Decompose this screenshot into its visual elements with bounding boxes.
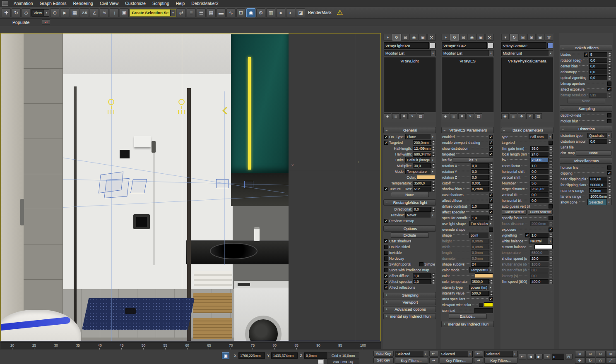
spinner-down-icon[interactable] xyxy=(608,196,611,199)
rollout-header[interactable]: −Rectangle/disc light xyxy=(383,199,436,206)
material-editor-icon[interactable]: ◉ xyxy=(246,8,255,17)
spinner-up-icon[interactable] xyxy=(489,244,493,247)
spinner-up-icon[interactable] xyxy=(608,69,611,72)
add-time-tag-button[interactable]: Add Time Tag xyxy=(327,359,359,364)
spinner-up-icon[interactable] xyxy=(431,207,435,209)
menu-scripting[interactable]: Scripting xyxy=(149,0,173,6)
blades-checkbox[interactable] xyxy=(584,53,588,57)
focus-distance-value[interactable]: 200,0mm xyxy=(530,221,549,226)
coord-x-field[interactable]: 1766,223mm xyxy=(238,352,265,359)
spinner-arrows[interactable] xyxy=(489,169,493,174)
modifier-list-dropdown[interactable]: Modifier List▼ xyxy=(501,50,553,56)
temperature-value[interactable]: 3500,0 xyxy=(413,181,431,186)
modifier-stack[interactable]: VRayLight xyxy=(384,57,436,112)
pin-stack-icon[interactable]: ◈ xyxy=(442,113,449,119)
enable-viewport-shading-checkbox[interactable] xyxy=(489,141,493,145)
spinner-up-icon[interactable] xyxy=(431,140,435,143)
rollout-header[interactable]: −General xyxy=(383,127,436,133)
spinner-down-icon[interactable] xyxy=(549,270,553,273)
object-name-field[interactable]: VRayIES042 xyxy=(442,42,487,49)
spinner-down-icon[interactable] xyxy=(489,247,493,249)
spinner-arrows[interactable] xyxy=(608,69,611,74)
rollout-header[interactable]: −Miscellaneous xyxy=(560,158,612,164)
show-end-result-icon[interactable]: ≣ xyxy=(510,113,517,119)
target-distance-value[interactable]: 2875,02 xyxy=(530,187,549,192)
auto-guess-vert-tilt-checkbox[interactable] xyxy=(549,204,553,208)
spinner-down-icon[interactable] xyxy=(549,177,553,180)
named-selection-set-combo[interactable]: Create Selection Se▼ xyxy=(130,9,176,17)
spinner-down-icon[interactable] xyxy=(549,282,553,284)
spinner-arrows[interactable] xyxy=(431,207,435,212)
horizontal-tilt-value[interactable]: 0,0 xyxy=(530,198,549,203)
spinner-arrows[interactable] xyxy=(431,163,435,168)
spinner-arrows[interactable] xyxy=(549,250,553,255)
play-button[interactable]: ▶ xyxy=(535,354,543,359)
fov-value[interactable]: 73,416 xyxy=(530,158,549,163)
area-speculars-checkbox[interactable] xyxy=(489,297,493,301)
intensity-value-value[interactable]: 500,0 xyxy=(471,291,489,296)
zoom-all-icon[interactable]: ⊞ xyxy=(585,351,595,357)
half-width-value[interactable]: 680,347mm xyxy=(413,152,431,157)
spinner-up-icon[interactable] xyxy=(489,250,493,253)
spinner-arrows[interactable] xyxy=(549,158,553,163)
anisotropy-value[interactable]: 0,0 xyxy=(589,69,607,74)
temperature-value[interactable]: 6500,0 xyxy=(530,250,549,255)
viewport-wire-color-swatch[interactable] xyxy=(484,302,493,307)
create-tab[interactable]: ✶ xyxy=(384,34,392,41)
spinner-down-icon[interactable] xyxy=(489,218,493,220)
targeted-value[interactable]: 200,0mm xyxy=(413,140,431,145)
spinner-down-icon[interactable] xyxy=(549,183,553,186)
spinner-arrows[interactable] xyxy=(489,256,493,261)
spinner-arrows[interactable] xyxy=(431,279,435,284)
spinner-down-icon[interactable] xyxy=(608,60,611,63)
spinner-down-icon[interactable] xyxy=(431,189,435,192)
shape-subdivs-value[interactable]: 24 xyxy=(471,262,489,267)
spinner-arrows[interactable] xyxy=(431,152,435,157)
time-configuration-button[interactable]: ◷ xyxy=(565,354,573,359)
bitmap-resolution-value[interactable]: 512 xyxy=(589,93,607,98)
spinner-down-icon[interactable] xyxy=(431,276,435,278)
configure-modifier-sets-icon[interactable]: ▤ xyxy=(417,113,424,119)
spinner-up-icon[interactable] xyxy=(549,262,553,264)
next-key-button[interactable]: ⇥ xyxy=(474,357,483,363)
spinner-up-icon[interactable] xyxy=(489,163,493,166)
make-unique-icon[interactable]: ❖ xyxy=(400,113,408,119)
object-color-swatch[interactable] xyxy=(488,43,493,48)
spinner-up-icon[interactable] xyxy=(431,152,435,154)
targeted-checkbox[interactable] xyxy=(384,141,388,145)
rollout-header[interactable]: +mental ray Indirect Illumination xyxy=(383,313,436,319)
spinner-arrows[interactable] xyxy=(489,262,493,267)
ribbon-icon[interactable]: ▬ xyxy=(217,8,226,17)
spinner-down-icon[interactable] xyxy=(489,172,493,174)
spinner-up-icon[interactable] xyxy=(431,187,435,189)
go-to-end-button[interactable]: ⇥ xyxy=(544,354,551,359)
zoom-extents-icon[interactable]: ⊡ xyxy=(596,351,606,357)
height-value[interactable]: 0,0mm xyxy=(471,239,489,244)
washing-machine[interactable] xyxy=(234,281,289,341)
menu-debrismaker2[interactable]: DebrisMaker2 xyxy=(188,0,221,6)
previous-key-button[interactable]: ⇤ xyxy=(474,351,483,357)
go-to-start-button[interactable]: ⇤ xyxy=(519,354,526,359)
affect-specular-checkbox[interactable] xyxy=(384,280,388,284)
rotation-z-value[interactable]: 0,0 xyxy=(471,175,489,180)
none-button[interactable]: None xyxy=(576,150,612,156)
spinner-down-icon[interactable] xyxy=(431,143,435,145)
spinner-up-icon[interactable] xyxy=(489,169,493,172)
spinner-arrows[interactable] xyxy=(431,146,435,151)
spinner-down-icon[interactable] xyxy=(608,179,611,182)
spinner-arrows[interactable] xyxy=(489,204,493,209)
spinner-arrows[interactable] xyxy=(489,216,493,220)
none-button[interactable]: None xyxy=(567,98,605,103)
spinner-arrows[interactable] xyxy=(431,140,435,145)
rotation-x-value[interactable]: 0,0 xyxy=(471,163,489,168)
show-cone-dropdown[interactable]: Selected▼ xyxy=(587,199,611,205)
spinner-up-icon[interactable] xyxy=(431,163,435,166)
rollout-header[interactable]: −Options xyxy=(383,225,436,232)
optical-vignetting-value[interactable]: 0,0 xyxy=(589,75,607,80)
hierarchy-tab[interactable]: ⊟ xyxy=(401,34,409,41)
configure-modifier-sets-icon[interactable]: ▤ xyxy=(534,113,542,119)
color-temperature-value[interactable]: 3500,0 xyxy=(471,279,489,284)
spinner-down-icon[interactable] xyxy=(489,177,493,180)
spinner-down-icon[interactable] xyxy=(549,160,553,163)
rollout-header[interactable]: +Sampling xyxy=(383,292,436,298)
